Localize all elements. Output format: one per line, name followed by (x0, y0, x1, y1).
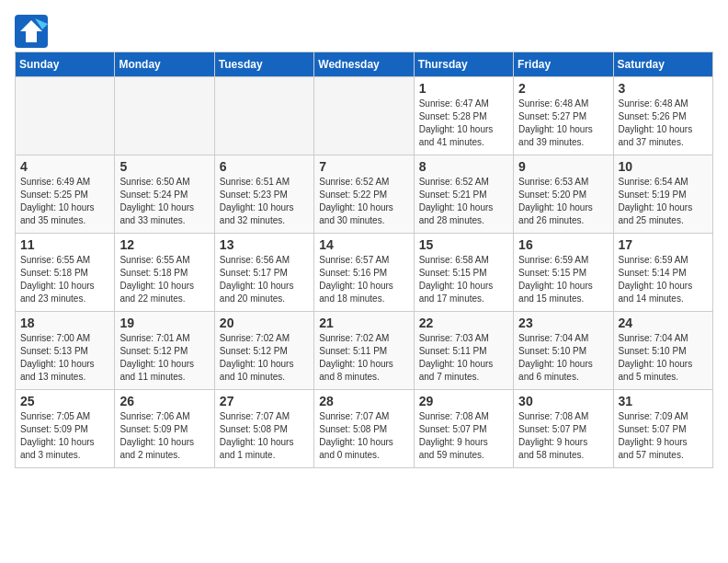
day-number: 22 (419, 316, 508, 330)
day-info: Sunrise: 6:56 AM Sunset: 5:17 PM Dayligh… (220, 254, 309, 305)
calendar-cell: 12Sunrise: 6:55 AM Sunset: 5:18 PM Dayli… (115, 234, 214, 312)
calendar-cell: 19Sunrise: 7:01 AM Sunset: 5:12 PM Dayli… (115, 312, 214, 390)
day-info: Sunrise: 7:03 AM Sunset: 5:11 PM Dayligh… (419, 332, 508, 384)
calendar-cell: 9Sunrise: 6:53 AM Sunset: 5:20 PM Daylig… (514, 155, 613, 234)
calendar-cell: 10Sunrise: 6:54 AM Sunset: 5:19 PM Dayli… (613, 155, 712, 234)
day-info: Sunrise: 6:52 AM Sunset: 5:22 PM Dayligh… (319, 176, 408, 227)
header (15, 15, 713, 48)
calendar-cell: 27Sunrise: 7:07 AM Sunset: 5:08 PM Dayli… (214, 390, 313, 468)
day-info: Sunrise: 7:04 AM Sunset: 5:10 PM Dayligh… (518, 332, 608, 384)
calendar-cell: 25Sunrise: 7:05 AM Sunset: 5:09 PM Dayli… (16, 390, 115, 468)
calendar-cell: 2Sunrise: 6:48 AM Sunset: 5:27 PM Daylig… (514, 77, 613, 155)
day-number: 17 (619, 237, 708, 252)
day-info: Sunrise: 6:48 AM Sunset: 5:26 PM Dayligh… (619, 98, 708, 149)
day-number: 19 (119, 316, 209, 330)
day-info: Sunrise: 7:08 AM Sunset: 5:07 PM Dayligh… (419, 410, 508, 462)
day-info: Sunrise: 7:02 AM Sunset: 5:12 PM Dayligh… (220, 332, 309, 384)
day-number: 8 (419, 159, 508, 174)
day-number: 15 (419, 237, 508, 252)
calendar-cell: 18Sunrise: 7:00 AM Sunset: 5:13 PM Dayli… (16, 312, 115, 390)
day-number: 25 (20, 394, 109, 408)
calendar-cell: 26Sunrise: 7:06 AM Sunset: 5:09 PM Dayli… (115, 390, 214, 468)
calendar-week-4: 18Sunrise: 7:00 AM Sunset: 5:13 PM Dayli… (16, 312, 713, 390)
day-number: 24 (619, 316, 708, 330)
header-saturday: Saturday (613, 52, 712, 77)
day-number: 30 (518, 394, 608, 408)
day-number: 11 (20, 237, 109, 252)
day-number: 9 (518, 159, 608, 174)
day-number: 14 (319, 237, 408, 252)
header-wednesday: Wednesday (314, 52, 414, 77)
calendar-cell: 3Sunrise: 6:48 AM Sunset: 5:26 PM Daylig… (613, 77, 712, 155)
day-info: Sunrise: 6:55 AM Sunset: 5:18 PM Dayligh… (119, 254, 209, 305)
day-number: 6 (220, 159, 309, 174)
day-number: 20 (220, 316, 309, 330)
day-info: Sunrise: 7:07 AM Sunset: 5:08 PM Dayligh… (220, 410, 309, 462)
calendar-week-3: 11Sunrise: 6:55 AM Sunset: 5:18 PM Dayli… (16, 234, 713, 312)
day-info: Sunrise: 6:47 AM Sunset: 5:28 PM Dayligh… (419, 98, 508, 149)
day-number: 29 (419, 394, 508, 408)
day-number: 10 (619, 159, 708, 174)
calendar-cell: 5Sunrise: 6:50 AM Sunset: 5:24 PM Daylig… (115, 155, 214, 234)
day-info: Sunrise: 6:52 AM Sunset: 5:21 PM Dayligh… (419, 176, 508, 227)
day-number: 1 (419, 81, 508, 96)
day-number: 21 (319, 316, 408, 330)
calendar-cell: 11Sunrise: 6:55 AM Sunset: 5:18 PM Dayli… (16, 234, 115, 312)
calendar-cell: 30Sunrise: 7:08 AM Sunset: 5:07 PM Dayli… (514, 390, 613, 468)
calendar-cell: 16Sunrise: 6:59 AM Sunset: 5:15 PM Dayli… (514, 234, 613, 312)
day-info: Sunrise: 7:08 AM Sunset: 5:07 PM Dayligh… (518, 410, 608, 462)
calendar-cell: 28Sunrise: 7:07 AM Sunset: 5:08 PM Dayli… (314, 390, 414, 468)
header-monday: Monday (115, 52, 214, 77)
header-thursday: Thursday (414, 52, 513, 77)
calendar-cell: 31Sunrise: 7:09 AM Sunset: 5:07 PM Dayli… (613, 390, 712, 468)
day-info: Sunrise: 7:01 AM Sunset: 5:12 PM Dayligh… (119, 332, 209, 384)
day-number: 2 (518, 81, 608, 96)
logo-icon (15, 15, 48, 48)
day-info: Sunrise: 6:57 AM Sunset: 5:16 PM Dayligh… (319, 254, 408, 305)
day-info: Sunrise: 7:09 AM Sunset: 5:07 PM Dayligh… (619, 410, 708, 462)
day-number: 3 (619, 81, 708, 96)
calendar-week-2: 4Sunrise: 6:49 AM Sunset: 5:25 PM Daylig… (16, 155, 713, 234)
calendar-week-1: 1Sunrise: 6:47 AM Sunset: 5:28 PM Daylig… (16, 77, 713, 155)
day-info: Sunrise: 7:06 AM Sunset: 5:09 PM Dayligh… (119, 410, 209, 462)
calendar-cell: 13Sunrise: 6:56 AM Sunset: 5:17 PM Dayli… (214, 234, 313, 312)
calendar-cell (115, 77, 214, 155)
calendar-cell: 21Sunrise: 7:02 AM Sunset: 5:11 PM Dayli… (314, 312, 414, 390)
calendar-cell: 8Sunrise: 6:52 AM Sunset: 5:21 PM Daylig… (414, 155, 513, 234)
calendar-cell (314, 77, 414, 155)
day-number: 28 (319, 394, 408, 408)
day-info: Sunrise: 7:05 AM Sunset: 5:09 PM Dayligh… (20, 410, 109, 462)
calendar-cell: 22Sunrise: 7:03 AM Sunset: 5:11 PM Dayli… (414, 312, 513, 390)
day-info: Sunrise: 6:53 AM Sunset: 5:20 PM Dayligh… (518, 176, 608, 227)
day-number: 31 (619, 394, 708, 408)
day-number: 16 (518, 237, 608, 252)
calendar-cell: 17Sunrise: 6:59 AM Sunset: 5:14 PM Dayli… (613, 234, 712, 312)
day-number: 5 (119, 159, 209, 174)
calendar-cell: 14Sunrise: 6:57 AM Sunset: 5:16 PM Dayli… (314, 234, 414, 312)
logo (15, 15, 51, 48)
calendar-cell (16, 77, 115, 155)
day-number: 23 (518, 316, 608, 330)
day-info: Sunrise: 7:00 AM Sunset: 5:13 PM Dayligh… (20, 332, 109, 384)
day-info: Sunrise: 6:49 AM Sunset: 5:25 PM Dayligh… (20, 176, 109, 227)
day-info: Sunrise: 6:54 AM Sunset: 5:19 PM Dayligh… (619, 176, 708, 227)
day-info: Sunrise: 6:55 AM Sunset: 5:18 PM Dayligh… (20, 254, 109, 305)
header-friday: Friday (514, 52, 613, 77)
calendar-cell: 15Sunrise: 6:58 AM Sunset: 5:15 PM Dayli… (414, 234, 513, 312)
day-number: 13 (220, 237, 309, 252)
day-info: Sunrise: 6:50 AM Sunset: 5:24 PM Dayligh… (119, 176, 209, 227)
calendar-cell: 1Sunrise: 6:47 AM Sunset: 5:28 PM Daylig… (414, 77, 513, 155)
day-number: 4 (20, 159, 109, 174)
calendar-cell: 24Sunrise: 7:04 AM Sunset: 5:10 PM Dayli… (613, 312, 712, 390)
calendar-cell: 4Sunrise: 6:49 AM Sunset: 5:25 PM Daylig… (16, 155, 115, 234)
header-tuesday: Tuesday (214, 52, 313, 77)
day-info: Sunrise: 7:04 AM Sunset: 5:10 PM Dayligh… (619, 332, 708, 384)
day-number: 12 (119, 237, 209, 252)
calendar-cell: 20Sunrise: 7:02 AM Sunset: 5:12 PM Dayli… (214, 312, 313, 390)
day-number: 26 (119, 394, 209, 408)
calendar-week-5: 25Sunrise: 7:05 AM Sunset: 5:09 PM Dayli… (16, 390, 713, 468)
calendar-cell: 29Sunrise: 7:08 AM Sunset: 5:07 PM Dayli… (414, 390, 513, 468)
calendar-cell: 7Sunrise: 6:52 AM Sunset: 5:22 PM Daylig… (314, 155, 414, 234)
day-info: Sunrise: 6:59 AM Sunset: 5:15 PM Dayligh… (518, 254, 608, 305)
calendar-cell: 23Sunrise: 7:04 AM Sunset: 5:10 PM Dayli… (514, 312, 613, 390)
